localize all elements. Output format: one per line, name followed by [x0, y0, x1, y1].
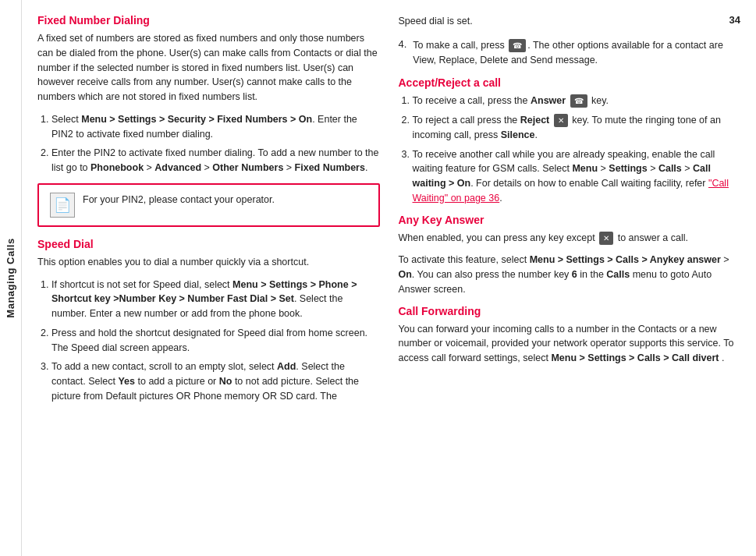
- left-column: Fixed Number Dialing A fixed set of numb…: [37, 14, 380, 542]
- reject-button-icon: ✕: [554, 114, 568, 127]
- speed-dial-steps: If shortcut is not set for Speed dial, s…: [51, 278, 380, 404]
- step-item: To receive another call while you are al…: [413, 147, 741, 206]
- page-number: 34: [729, 14, 740, 26]
- step-item: Select Menu > Settings > Security > Fixe…: [51, 112, 380, 142]
- step4-number: 4.: [399, 38, 407, 68]
- end-call-icon: ✕: [599, 232, 613, 245]
- step-item: To reject a call press the Reject ✕ key.…: [413, 113, 741, 143]
- fixed-number-dialing-body: A fixed set of numbers are stored as fix…: [37, 31, 380, 104]
- step-item: Press and hold the shortcut designated f…: [51, 326, 380, 356]
- section-call-forwarding: Call Forwarding You can forward your inc…: [399, 305, 741, 366]
- content-area: Fixed Number Dialing A fixed set of numb…: [22, 0, 756, 556]
- accept-reject-title: Accept/Reject a call: [399, 76, 741, 89]
- section-speed-dial: Speed Dial This option enables you to di…: [37, 238, 380, 404]
- speed-dial-body: This option enables you to dial a number…: [37, 255, 380, 270]
- note-icon: 📄: [50, 193, 75, 218]
- answer-button-icon: ☎: [570, 94, 587, 108]
- step4-call: 4. To make a call, press ☎. The other op…: [399, 38, 741, 68]
- call-button-icon: ☎: [509, 39, 526, 52]
- sidebar: Managing Calls: [0, 0, 22, 556]
- section-fixed-number-dialing: Fixed Number Dialing A fixed set of numb…: [37, 14, 380, 227]
- call-forwarding-title: Call Forwarding: [399, 305, 741, 317]
- any-key-answer-title: Any Key Answer: [399, 214, 741, 226]
- fixed-number-dialing-title: Fixed Number Dialing: [37, 14, 380, 27]
- step-item: Enter the PIN2 to activate fixed number …: [51, 146, 380, 175]
- section-accept-reject: Accept/Reject a call To receive a call, …: [399, 76, 741, 205]
- any-key-answer-body1: When enabled, you can press any key exce…: [399, 231, 741, 246]
- note-box: 📄 For your PIN2, please contact your ope…: [37, 183, 380, 227]
- note-text: For your PIN2, please contact your opera…: [83, 193, 275, 207]
- section-any-key-answer: Any Key Answer When enabled, you can pre…: [399, 214, 741, 297]
- step4-continuation: Speed dial is set.: [399, 14, 741, 29]
- call-forwarding-body: You can forward your incoming calls to a…: [399, 322, 741, 366]
- step-item: If shortcut is not set for Speed dial, s…: [51, 278, 380, 321]
- step-item: To add a new contact, scroll to an empty…: [51, 359, 380, 403]
- accept-reject-steps: To receive a call, press the Answer ☎ ke…: [413, 94, 741, 205]
- speed-dial-title: Speed Dial: [37, 238, 380, 250]
- sidebar-label: Managing Calls: [5, 238, 16, 317]
- any-key-answer-body2: To activate this feature, select Menu > …: [399, 253, 741, 296]
- right-column: 34 Speed dial is set. 4. To make a call,…: [399, 14, 741, 542]
- step-item: To receive a call, press the Answer ☎ ke…: [413, 94, 741, 108]
- fixed-number-steps: Select Menu > Settings > Security > Fixe…: [51, 112, 380, 175]
